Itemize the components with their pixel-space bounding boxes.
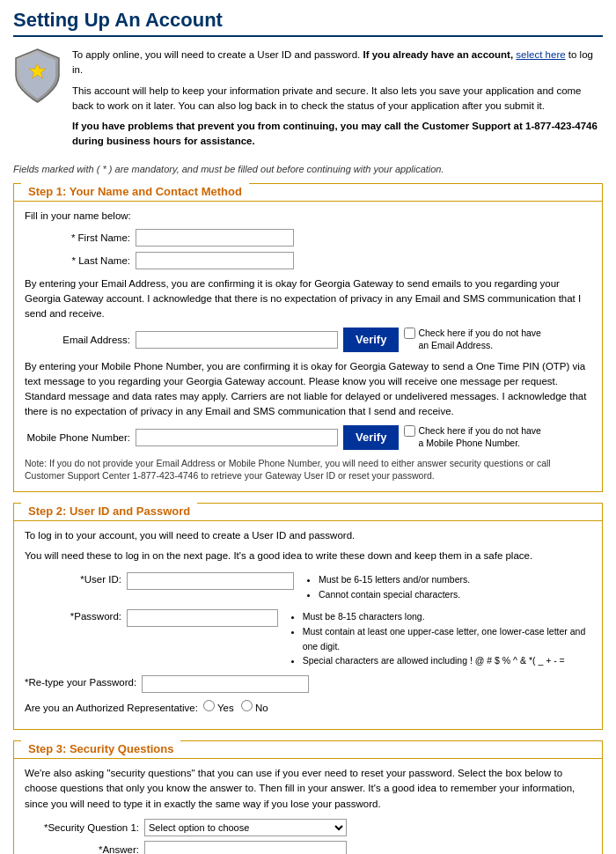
intro-line2: This account will help to keep your info… bbox=[72, 84, 603, 114]
mobile-consent: By entering your Mobile Phone Number, yo… bbox=[25, 359, 591, 420]
last-name-label: * Last Name: bbox=[25, 255, 130, 266]
userid-input[interactable] bbox=[127, 572, 294, 590]
page-title: Setting Up An Account bbox=[13, 9, 603, 37]
step3-desc: We're also asking "security questions" t… bbox=[25, 766, 591, 812]
first-name-input[interactable] bbox=[136, 229, 294, 247]
email-checkbox[interactable] bbox=[404, 328, 415, 339]
authorized-radio-group: Yes No bbox=[203, 700, 268, 713]
intro-line1: To apply online, you will need to create… bbox=[72, 49, 360, 60]
email-input[interactable] bbox=[136, 331, 338, 349]
email-checkbox-label[interactable]: Check here if you do not have an Email A… bbox=[404, 328, 545, 351]
step2-title: Step 2: User ID and Password bbox=[28, 504, 190, 518]
intro-line3: If you have problems that prevent you fr… bbox=[72, 121, 598, 146]
userid-label: *User ID: bbox=[25, 572, 121, 585]
step1-title: Step 1: Your Name and Contact Method bbox=[28, 185, 242, 198]
intro-text: To apply online, you will need to create… bbox=[72, 48, 603, 155]
mandatory-note: Fields marked with ( * ) are mandatory, … bbox=[13, 164, 603, 174]
verify-email-button[interactable]: Verify bbox=[343, 328, 399, 352]
email-label: Email Address: bbox=[25, 335, 130, 345]
q1-select[interactable]: Select option to choose bbox=[144, 819, 347, 836]
yes-radio[interactable] bbox=[203, 700, 215, 711]
password-rules: Must be 8-15 characters long. Must conta… bbox=[290, 609, 591, 668]
step1-section: Step 1: Your Name and Contact Method Fil… bbox=[13, 183, 603, 492]
mobile-input[interactable] bbox=[136, 429, 338, 446]
yes-radio-label[interactable]: Yes bbox=[203, 700, 234, 713]
mobile-checkbox-label[interactable]: Check here if you do not have a Mobile P… bbox=[404, 425, 545, 449]
step1-note: Note: If you do not provide your Email A… bbox=[25, 457, 591, 482]
verify-mobile-button[interactable]: Verify bbox=[343, 425, 399, 450]
mobile-label: Mobile Phone Number: bbox=[25, 432, 130, 443]
step1-fillin: Fill in your name below: bbox=[25, 209, 591, 224]
step3-section: Step 3: Security Questions We're also as… bbox=[13, 740, 603, 854]
step2-desc2: You will need these to log in on the nex… bbox=[25, 548, 591, 563]
mobile-checkbox[interactable] bbox=[404, 425, 415, 437]
shield-icon bbox=[13, 48, 62, 155]
a1-input[interactable] bbox=[144, 841, 347, 854]
userid-rules: Must be 6-15 letters and/or numbers. Can… bbox=[306, 572, 470, 602]
retype-password-input[interactable] bbox=[142, 675, 309, 693]
password-input[interactable] bbox=[127, 609, 278, 627]
no-radio-label[interactable]: No bbox=[241, 700, 268, 713]
authorized-label: Are you an Authorized Representative: bbox=[25, 701, 198, 713]
last-name-input[interactable] bbox=[136, 252, 294, 269]
retype-label: *Re-type your Password: bbox=[25, 675, 136, 688]
step3-title: Step 3: Security Questions bbox=[28, 742, 173, 755]
no-radio[interactable] bbox=[241, 700, 253, 711]
q1-label: *Security Question 1: bbox=[25, 822, 139, 833]
password-label: *Password: bbox=[25, 609, 121, 622]
select-here-link[interactable]: select here bbox=[516, 49, 565, 60]
first-name-label: * First Name: bbox=[25, 232, 130, 243]
step2-section: Step 2: User ID and Password To log in t… bbox=[13, 503, 603, 730]
a1-label: *Answer: bbox=[25, 844, 139, 854]
email-consent: By entering your Email Address, you are … bbox=[25, 276, 591, 322]
step2-desc1: To log in to your account, you will need… bbox=[25, 528, 591, 543]
